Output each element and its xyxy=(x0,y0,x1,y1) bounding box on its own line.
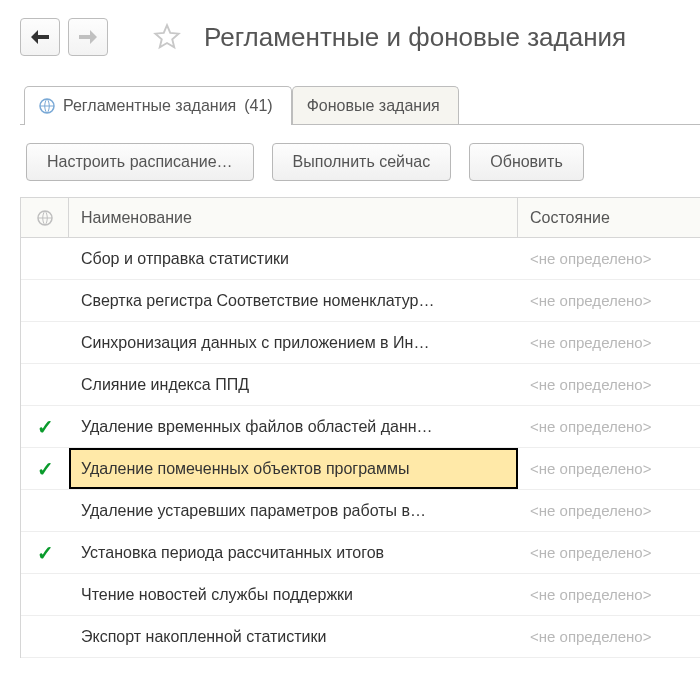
refresh-button[interactable]: Обновить xyxy=(469,143,583,181)
row-state: <не определено> xyxy=(518,238,700,279)
table-row[interactable]: Свертка регистра Соответствие номенклату… xyxy=(21,280,700,322)
row-check-icon xyxy=(21,364,69,405)
row-check-icon xyxy=(21,238,69,279)
tab-label: Фоновые задания xyxy=(307,97,440,115)
nav-back-button[interactable] xyxy=(20,18,60,56)
table-row[interactable]: Слияние индекса ППД<не определено> xyxy=(21,364,700,406)
toolbar: Настроить расписание… Выполнить сейчас О… xyxy=(20,125,700,197)
table-row[interactable]: ✓Удаление помеченных объектов программы<… xyxy=(21,448,700,490)
row-state: <не определено> xyxy=(518,448,700,489)
row-state: <не определено> xyxy=(518,616,700,657)
table-row[interactable]: ✓Удаление временных файлов областей данн… xyxy=(21,406,700,448)
row-check-icon xyxy=(21,322,69,363)
row-state: <не определено> xyxy=(518,532,700,573)
table-row[interactable]: Сбор и отправка статистики<не определено… xyxy=(21,238,700,280)
row-name: Экспорт накопленной статистики xyxy=(69,616,518,657)
row-check-icon xyxy=(21,616,69,657)
run-now-button[interactable]: Выполнить сейчас xyxy=(272,143,452,181)
row-check-icon: ✓ xyxy=(21,406,69,447)
tab-count: (41) xyxy=(244,97,272,115)
table-row[interactable]: Синхронизация данных с приложением в Ин…… xyxy=(21,322,700,364)
globe-icon xyxy=(39,98,55,114)
row-name: Удаление устаревших параметров работы в… xyxy=(69,490,518,531)
page-title: Регламентные и фоновые задания xyxy=(204,22,626,53)
row-state: <не определено> xyxy=(518,574,700,615)
row-name: Синхронизация данных с приложением в Ин… xyxy=(69,322,518,363)
table-row[interactable]: Удаление устаревших параметров работы в…… xyxy=(21,490,700,532)
header-name[interactable]: Наименование xyxy=(69,198,518,237)
row-state: <не определено> xyxy=(518,490,700,531)
row-check-icon xyxy=(21,574,69,615)
schedule-button[interactable]: Настроить расписание… xyxy=(26,143,254,181)
row-name: Удаление помеченных объектов программы xyxy=(69,448,518,489)
row-name: Установка периода рассчитанных итогов xyxy=(69,532,518,573)
header-status-icon[interactable] xyxy=(21,198,69,237)
row-state: <не определено> xyxy=(518,406,700,447)
topbar: Регламентные и фоновые задания xyxy=(20,18,700,56)
row-state: <не определено> xyxy=(518,322,700,363)
row-check-icon xyxy=(21,280,69,321)
header-state[interactable]: Состояние xyxy=(518,198,700,237)
row-name: Сбор и отправка статистики xyxy=(69,238,518,279)
row-name: Чтение новостей службы поддержки xyxy=(69,574,518,615)
table-row[interactable]: Чтение новостей службы поддержки<не опре… xyxy=(21,574,700,616)
table-row[interactable]: Экспорт накопленной статистики<не опреде… xyxy=(21,616,700,658)
table-row[interactable]: ✓Установка периода рассчитанных итогов<н… xyxy=(21,532,700,574)
favorite-star-icon[interactable] xyxy=(152,22,182,52)
table-header: Наименование Состояние xyxy=(21,198,700,238)
row-check-icon: ✓ xyxy=(21,532,69,573)
row-state: <не определено> xyxy=(518,364,700,405)
row-check-icon: ✓ xyxy=(21,448,69,489)
row-state: <не определено> xyxy=(518,280,700,321)
row-name: Свертка регистра Соответствие номенклату… xyxy=(69,280,518,321)
row-name: Удаление временных файлов областей данн… xyxy=(69,406,518,447)
tab-scheduled-jobs[interactable]: Регламентные задания (41) xyxy=(24,86,292,125)
tab-background-jobs[interactable]: Фоновые задания xyxy=(292,86,459,124)
tab-label: Регламентные задания xyxy=(63,97,236,115)
row-name: Слияние индекса ППД xyxy=(69,364,518,405)
tabs: Регламентные задания (41) Фоновые задани… xyxy=(20,86,700,125)
nav-forward-button[interactable] xyxy=(68,18,108,56)
row-check-icon xyxy=(21,490,69,531)
jobs-table: Наименование Состояние Сбор и отправка с… xyxy=(20,197,700,658)
